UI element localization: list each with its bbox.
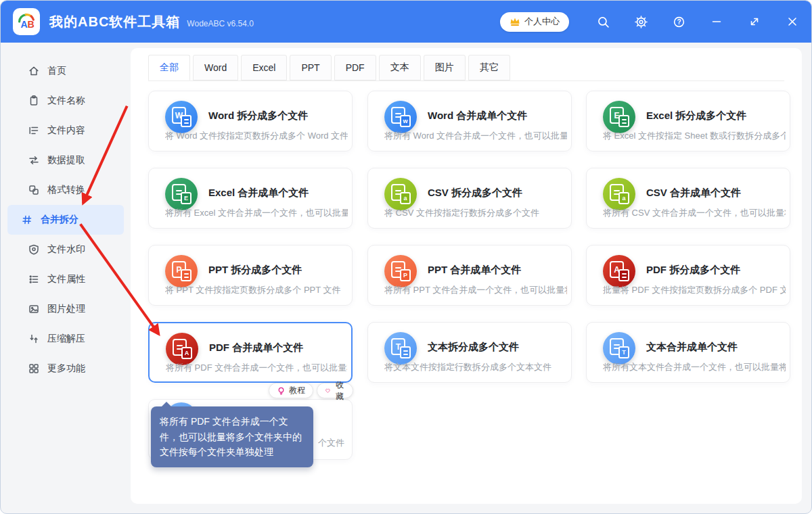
sidebar-item-label: 首页	[47, 65, 66, 77]
help-icon[interactable]: ?	[660, 1, 698, 43]
svg-text:A: A	[21, 19, 28, 30]
tool-card-desc: 将 PPT 文件按指定页数拆分成多个 PPT 文件	[165, 284, 348, 296]
tool-card[interactable]: W W Word 拆分成多个文件 将 Word 文件按指定页数拆分成多个 Wor…	[148, 91, 353, 151]
crown-icon	[510, 17, 520, 26]
tool-icon: T T	[384, 332, 417, 365]
sidebar-item-6[interactable]: 文件水印	[7, 235, 124, 264]
tool-card[interactable]: P P PPT 合并成单个文件 将所有 PPT 文件合并成一个文件，也可以批量将…	[367, 245, 572, 306]
tool-card[interactable]: a a CSV 合并成单个文件 将所有 CSV 文件合并成一个文件，也可以批量将…	[586, 168, 790, 229]
tool-card[interactable]: T T 文本合并成单个文件 将所有文本文件合并成一个文件，也可以批量将多	[586, 322, 790, 383]
tooltip-text: 将所有 PDF 文件合并成一个文件，也可以批量将多个文件夹中的文件按每个文件夹单…	[160, 414, 304, 460]
data-extract-icon	[28, 154, 40, 166]
tool-icon: A A	[166, 333, 198, 365]
tool-card[interactable]: E E Excel 拆分成多个文件 将 Excel 文件按指定 Sheet 数或…	[586, 91, 790, 151]
tool-icon: E E	[603, 101, 635, 133]
app-logo: A B	[13, 8, 40, 35]
tool-card[interactable]: P P PPT 拆分成多个文件 将 PPT 文件按指定页数拆分成多个 PPT 文…	[148, 245, 353, 306]
sidebar-item-7[interactable]: 文件属性	[7, 264, 124, 294]
tool-card-title: Excel 合并成单个文件	[208, 187, 309, 200]
tab-6[interactable]: 图片	[424, 55, 466, 80]
sidebar-item-5[interactable]: 合并拆分	[7, 205, 124, 235]
favorite-button-label: 收藏	[334, 379, 345, 402]
svg-text:?: ?	[677, 18, 681, 25]
tab-1[interactable]: Word	[193, 55, 238, 80]
tool-card[interactable]: a a CSV 拆分成多个文件 将 CSV 文件按指定行数拆分成多个文件	[367, 168, 572, 229]
titlebar: A B 我的ABC软件工具箱 WodeABC v6.54.0 个人中心 ?	[1, 1, 811, 43]
format-convert-icon	[28, 184, 40, 196]
tool-card[interactable]: T T 文本拆分成多个文件 将文本文件按指定行数拆分成多个文本文件	[367, 322, 572, 383]
sidebar-item-3[interactable]: 数据提取	[7, 145, 124, 175]
sidebar-item-9[interactable]: 压缩解压	[7, 324, 124, 354]
tool-icon: W W	[165, 101, 198, 133]
logo-arc-icon: A B	[15, 10, 38, 33]
tool-card-title: CSV 合并成单个文件	[646, 187, 741, 200]
account-button[interactable]: 个人中心	[500, 12, 569, 32]
svg-text:B: B	[27, 19, 34, 30]
tab-4[interactable]: PDF	[334, 55, 376, 80]
tool-icon: E E	[165, 178, 198, 210]
sidebar-item-label: 合并拆分	[41, 214, 78, 226]
search-icon[interactable]	[584, 1, 622, 43]
tool-card-desc: 将 Excel 文件按指定 Sheet 数或行数拆分成多个 Exc	[603, 130, 786, 142]
resize-icon[interactable]	[736, 1, 773, 43]
settings-icon[interactable]	[622, 1, 660, 43]
tool-card-desc: 将 Word 文件按指定页数拆分成多个 Word 文件	[165, 130, 348, 142]
app-title: 我的ABC软件工具箱	[49, 13, 180, 31]
tutorial-button-label: 教程	[289, 385, 305, 396]
tool-card-desc: 将所有文本文件合并成一个文件，也可以批量将多	[603, 361, 786, 373]
tool-card-title: PDF 合并成单个文件	[209, 342, 303, 354]
sidebar-item-4[interactable]: 格式转换	[7, 175, 124, 205]
tool-card-title: PDF 拆分成多个文件	[646, 264, 740, 277]
tool-icon: a a	[384, 178, 417, 210]
sidebar-item-label: 格式转换	[47, 184, 85, 196]
tool-card-desc: 将所有 Word 文件合并成一个文件，也可以批量将多	[384, 130, 567, 142]
tool-card-desc: 将所有 Excel 文件合并成一个文件，也可以批量将多	[165, 207, 348, 219]
tab-bar: 全部WordExcelPPTPDF文本图片其它	[148, 55, 784, 81]
watermark-icon	[28, 243, 40, 256]
tab-0[interactable]: 全部	[148, 55, 190, 80]
tool-card-title: PPT 合并成单个文件	[428, 264, 521, 277]
tool-card[interactable]: A A PDF 拆分成多个文件 批量将 PDF 文件按指定页数拆分成多个 PDF…	[586, 245, 790, 306]
tab-5[interactable]: 文本	[379, 55, 421, 80]
file-content-icon	[28, 124, 40, 137]
tool-card-title: 文本拆分成多个文件	[428, 341, 519, 354]
sidebar-item-label: 数据提取	[47, 154, 85, 166]
favorite-button[interactable]: 收藏	[317, 383, 353, 398]
tool-icon: a a	[603, 178, 635, 210]
tool-icon: P P	[384, 255, 417, 287]
sidebar-item-0[interactable]: 首页	[7, 56, 124, 86]
account-label: 个人中心	[524, 16, 560, 28]
app-window: A B 我的ABC软件工具箱 WodeABC v6.54.0 个人中心 ? 首页…	[0, 0, 812, 514]
titlebar-actions: ?	[584, 1, 811, 43]
tooltip: 将所有 PDF 文件合并成一个文件，也可以批量将多个文件夹中的文件按每个文件夹单…	[151, 406, 313, 467]
tool-card-title: 文本合并成单个文件	[646, 341, 738, 354]
tool-card-selected[interactable]: A A PDF 合并成单个文件 将所有 PDF 文件合并成一个文件，也可以批量将…	[148, 322, 353, 383]
file-name-icon	[28, 95, 40, 107]
sidebar-item-label: 文件内容	[47, 124, 85, 137]
home-icon	[28, 65, 40, 77]
image-icon	[28, 303, 40, 315]
tutorial-button[interactable]: 教程	[269, 383, 313, 398]
sidebar-item-8[interactable]: 图片处理	[7, 294, 124, 324]
sidebar-item-2[interactable]: 文件内容	[7, 116, 124, 145]
minimize-icon[interactable]	[698, 1, 736, 43]
sidebar-item-10[interactable]: 更多功能	[7, 354, 124, 383]
tool-card-title: Excel 拆分成多个文件	[646, 110, 746, 122]
close-icon[interactable]	[773, 1, 811, 43]
sidebar-item-label: 更多功能	[47, 363, 85, 375]
tool-card-title: Word 合并成单个文件	[428, 110, 527, 122]
main-panel: 全部WordExcelPPTPDF文本图片其它 W W Word 拆分成多个文件…	[131, 48, 802, 504]
tool-icon: w w	[384, 101, 417, 133]
compress-icon	[28, 333, 40, 345]
tool-card[interactable]: w w Word 合并成单个文件 将所有 Word 文件合并成一个文件，也可以批…	[367, 91, 572, 151]
tool-card-desc: 将文本文件按指定行数拆分成多个文本文件	[384, 361, 567, 373]
tab-7[interactable]: 其它	[468, 55, 510, 80]
tool-card-title: CSV 拆分成多个文件	[428, 187, 522, 200]
file-props-icon	[28, 273, 40, 285]
sidebar-item-1[interactable]: 文件名称	[7, 86, 124, 116]
tool-card-title: Word 拆分成多个文件	[208, 110, 308, 122]
tool-icon: P P	[165, 255, 198, 287]
tab-3[interactable]: PPT	[290, 55, 331, 80]
tool-card[interactable]: E E Excel 合并成单个文件 将所有 Excel 文件合并成一个文件，也可…	[148, 168, 353, 229]
tab-2[interactable]: Excel	[241, 55, 287, 80]
